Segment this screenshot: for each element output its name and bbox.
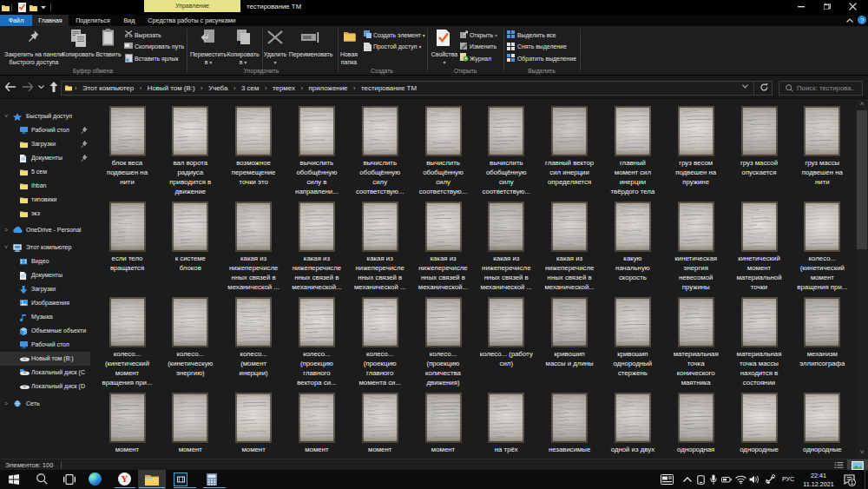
svg-text:?: ? <box>860 17 864 24</box>
